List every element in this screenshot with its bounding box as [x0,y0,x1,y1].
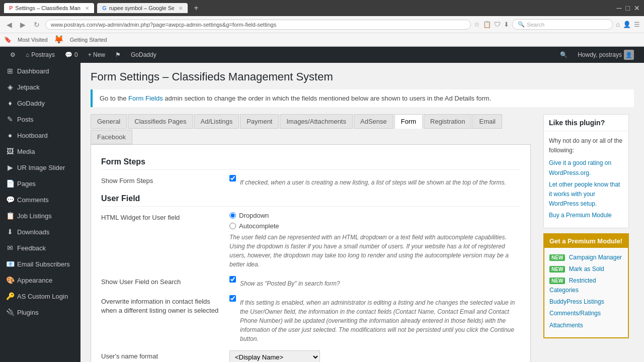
comments-sidebar-icon: 💬 [6,196,14,204]
autocomplete-radio[interactable] [229,223,236,229]
back-button[interactable]: ◀ [4,20,15,30]
new-badge-3: NEW [549,278,565,284]
tab-facebook[interactable]: Facebook [91,130,132,144]
new-content-button[interactable]: + New [83,47,110,63]
tab-payment[interactable]: Payment [240,114,279,129]
sidebar-item-email-subscribers[interactable]: 📧 Email Subscribers [0,256,80,272]
like-plugin-widget: Like this plugin? Why not do any or all … [543,114,629,228]
url-bar[interactable]: www.postrays.com/wp-admin/admin.php?page… [45,20,471,30]
show-user-field-search-label: Show User Field on Search [101,276,222,286]
maximize-button[interactable]: □ [626,4,630,12]
tab-images-attachments[interactable]: Images/Attachments [280,114,353,129]
tab-email[interactable]: Email [472,114,502,129]
reload-button[interactable]: ↻ [31,20,42,30]
browser-tab-1[interactable]: P Settings – Classifieds Mana... ✕ [4,3,94,13]
sidebar-item-jetpack[interactable]: ◈ Jetpack [0,79,80,95]
comments-button[interactable]: 💬 0 [60,47,83,63]
premium-body: NEW Campaign Manager NEW Mark as Sold NE… [544,248,628,337]
bookmark-most-visited[interactable]: Most Visited [18,37,48,43]
plugins-icon: 🔌 [6,308,14,316]
premium-widget: Get a Premium Module! NEW Campaign Manag… [543,233,629,338]
form-steps-title: Form Steps [101,157,520,170]
bookmarks-icon: 🔖 [4,36,12,43]
tab-close-1[interactable]: ✕ [85,6,89,11]
user-name-format-input: <Display Name> First Name Last Name User… [229,350,520,362]
posts-icon: ✎ [6,115,14,123]
sidebar-item-as-custom-login[interactable]: 🔑 AS Custom Login [0,288,80,304]
browser-search-bar[interactable]: 🔍 Search [512,19,613,30]
search-wp-icon: 🔍 [560,51,568,58]
show-form-steps-input: If checked, when a user is creating a ne… [229,175,520,187]
premium-item-5: Comments/Ratings [549,309,623,318]
sidebar-item-downloads[interactable]: ⬇ Downloads [0,224,80,240]
feedback-icon: ✉ [6,244,14,252]
star-icon[interactable]: ☆ [474,21,480,28]
user-name-format-select[interactable]: <Display Name> First Name Last Name User… [229,350,320,362]
sidebar-item-job-listings[interactable]: 📋 Job Listings [0,208,80,224]
sidebar-item-media[interactable]: 🖼 Media [0,143,80,159]
show-form-steps-checkbox[interactable] [229,175,236,182]
attachments-link[interactable]: Attachments [549,321,623,330]
show-user-field-search-row: Show User Field on Search Show as "Poste… [101,276,520,288]
tab-classifieds-pages[interactable]: Classifieds Pages [128,114,193,129]
forward-button[interactable]: ▶ [18,20,28,30]
comments-ratings-link[interactable]: Comments/Ratings [549,309,623,318]
menu-icon[interactable]: ☰ [634,21,640,28]
reader-icon[interactable]: 📋 [483,21,491,28]
premium-item-1: NEW Campaign Manager [549,253,623,262]
right-sidebar: Like this plugin? Why not do any or all … [538,114,634,343]
mark-as-sold-link[interactable]: Mark as Sold [569,265,604,273]
sidebar-item-feedback[interactable]: ✉ Feedback [0,240,80,256]
godaddy-button[interactable]: GoDaddy [126,47,162,63]
sidebar-item-comments[interactable]: 💬 Comments [0,192,80,208]
flag-icon: ⚑ [115,51,121,58]
search-bar-button[interactable]: 🔍 [555,47,573,63]
rating-link[interactable]: Give it a good rating on WordPress.org. [549,158,623,177]
html-widget-label: HTML Widget for User field [101,212,222,221]
sidebar-item-dashboard[interactable]: ⊞ Dashboard [0,63,80,79]
sidebar-item-hootboard[interactable]: ● Hootboard [0,127,80,143]
wp-logo-button[interactable]: ⚙ [5,47,21,63]
buy-premium-link[interactable]: Buy a Premium Module [549,211,623,220]
premium-item-2: NEW Mark as Sold [549,264,623,274]
wpml-button[interactable]: ⚑ [110,47,126,63]
show-form-steps-row: Show Form Steps If checked, when a user … [101,175,520,187]
home-icon[interactable]: ⌂ [616,21,620,28]
show-user-field-search-checkbox[interactable] [229,276,236,283]
browser-tab-2[interactable]: G rupee symbol – Google Sea... ✕ [97,3,188,13]
comments-icon: 💬 [65,51,72,58]
notice-box: Go to the Form Fields admin section to c… [91,89,634,107]
campaign-manager-link[interactable]: Campaign Manager [569,254,622,261]
sidebar-item-appearance[interactable]: 🎨 Appearance [0,272,80,288]
new-tab-button[interactable]: + [191,4,201,13]
overwrite-contact-fields-row: Overwrite information in contact fields … [101,295,520,343]
howdy-button[interactable]: Howdy, postrays 👤 [573,47,639,63]
site-name-button[interactable]: ⌂ Postrays [21,47,60,63]
sidebar-item-godaddy[interactable]: ♦ GoDaddy [0,95,80,111]
overwrite-contact-checkbox[interactable] [229,295,236,302]
admin-bar-right: 🔍 Howdy, postrays 👤 [555,47,639,63]
premium-item-4: BuddyPress Listings [549,297,623,307]
download-icon[interactable]: ⬇ [504,21,509,28]
sidebar-item-ur-image-slider[interactable]: ▶ UR Image Slider [0,159,80,175]
form-fields-link[interactable]: Form Fields [128,95,163,102]
bookmark-getting-started[interactable]: Getting Started [70,37,107,43]
dropdown-radio[interactable] [229,212,236,219]
sidebar-item-posts[interactable]: ✎ Posts [0,111,80,127]
tab-ad-listings[interactable]: Ad/Listings [194,114,239,129]
shield-icon[interactable]: 🛡 [494,21,501,28]
close-button[interactable]: ✕ [634,4,640,12]
minimize-button[interactable]: ─ [617,4,622,12]
tab-form[interactable]: Form [394,114,423,129]
godaddy-sidebar-icon: ♦ [6,99,14,107]
buddypress-listings-link[interactable]: BuddyPress Listings [549,297,623,307]
tab-general[interactable]: General [91,114,127,129]
sidebar-item-pages[interactable]: 📄 Pages [0,175,80,192]
let-people-know-link[interactable]: Let other people know that it works with… [549,180,623,209]
person-icon[interactable]: 👤 [623,21,631,28]
sidebar-item-plugins[interactable]: 🔌 Plugins [0,304,80,320]
bookmarks-bar: 🔖 Most Visited 🦊 Getting Started [0,33,644,46]
tab-registration[interactable]: Registration [424,114,471,129]
tab-close-2[interactable]: ✕ [179,6,183,11]
tab-adsense[interactable]: AdSense [354,114,393,129]
